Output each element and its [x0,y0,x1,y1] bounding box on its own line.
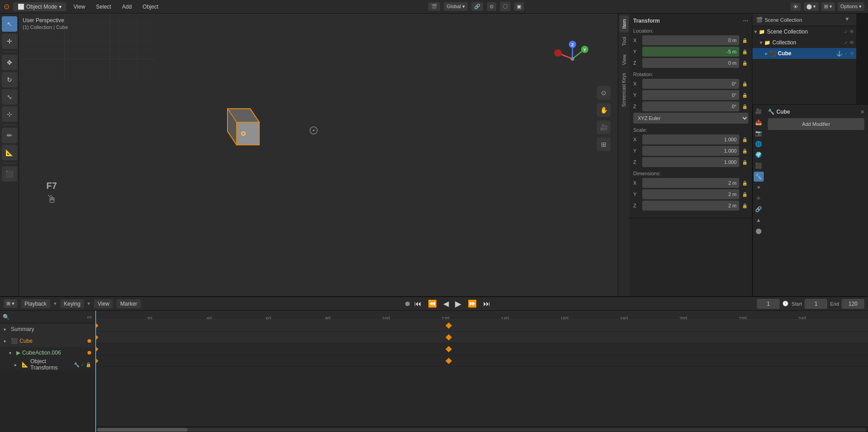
data-props-icon[interactable]: ▲ [754,215,764,225]
view-orbit-button[interactable]: ⊙ [597,86,611,100]
add-menu[interactable]: Add [118,3,135,11]
location-y-lock[interactable]: 🔒 [741,48,748,55]
outliner-scene-collection[interactable]: ▾ 📁 Scene Collection ✓ 👁 [752,26,856,37]
transforms-action-2[interactable]: ✓ [81,362,84,367]
cube-checkbox[interactable]: ✓ [844,51,848,57]
playhead[interactable] [95,311,96,432]
transforms-action-1[interactable]: 🔧 [74,362,79,367]
rotation-mode-dropdown[interactable]: XYZ Euler [633,113,748,124]
add-modifier-button[interactable]: Add Modifier [768,118,864,130]
scale-x-lock[interactable]: 🔒 [741,136,748,143]
transforms-expand-icon[interactable]: ▸ [15,362,20,367]
keyframe-action-120[interactable] [446,346,452,352]
outliner-filter-button[interactable]: ▼ [844,16,853,24]
keyframe-cube-120[interactable] [446,334,452,340]
timeline-main-area[interactable]: 120406080100120140160180200220240 [95,311,868,432]
xray-button[interactable]: ▣ [514,2,524,11]
timeline-editor-type-button[interactable]: ⊞ ▾ [4,299,17,308]
keyframe-summary-120[interactable] [446,322,452,328]
scale-x-input[interactable] [642,134,739,144]
summary-expand-icon[interactable]: ▾ [4,327,9,332]
start-frame-input[interactable] [805,299,827,309]
dim-x-lock[interactable]: 🔒 [741,179,748,187]
scrollbar-track[interactable] [97,428,866,432]
playback-menu-button[interactable]: Playback [21,299,50,308]
output-props-icon[interactable]: 📤 [754,117,764,127]
transforms-action-3[interactable]: 🔒 [86,362,91,367]
cube-link-icon[interactable]: ⚓ [836,51,843,57]
viewport-gizmo[interactable]: Z Y [554,41,591,77]
prev-keyframe-button[interactable]: ⏪ [426,298,439,309]
current-frame-input[interactable] [757,299,780,309]
play-button[interactable]: ▶ [453,298,463,310]
track-label-transforms[interactable]: ▸ 📐 Object Transforms 🔧 ✓ 🔒 [0,359,95,370]
scene-collection-checkbox[interactable]: ✓ [844,29,848,35]
scene-props-icon[interactable]: 🌐 [754,139,764,149]
jump-end-button[interactable]: ⏭ [481,299,492,309]
render-button[interactable]: 👁 [790,3,801,11]
scrollbar-thumb[interactable] [97,428,188,432]
location-x-lock[interactable]: 🔒 [741,37,748,44]
object-menu[interactable]: Object [139,3,162,11]
dim-z-lock[interactable]: 🔒 [741,202,748,209]
sidebar-tab-tool[interactable]: Tool [620,33,629,49]
keying-menu-button[interactable]: Keying [60,299,84,308]
end-frame-input[interactable] [842,299,864,309]
track-label-summary[interactable]: ▾ Summary [0,323,95,335]
physics-props-icon[interactable]: ⚛ [754,193,764,203]
view-pan-button[interactable]: ✋ [597,103,611,117]
scene-collection-eye[interactable]: 👁 [849,29,854,34]
collection-checkbox[interactable]: ✓ [844,40,848,46]
rotation-x-lock[interactable]: 🔒 [741,80,748,87]
viewport[interactable]: User Perspective (1) Collection | Cube Z… [19,14,618,296]
viewport-shading-button[interactable]: ⬤ ▾ [804,2,819,11]
app-icon[interactable]: ⊙ [4,2,10,11]
rotation-z-input[interactable] [642,101,739,111]
timeline-horizontal-scrollbar[interactable] [95,427,868,432]
timeline-row-cube[interactable] [95,331,868,343]
scene-selector-button[interactable]: 🎬 [428,2,440,11]
add-cube-button[interactable]: ⬛ [2,166,17,182]
material-props-icon[interactable]: ⬤ [754,226,764,236]
timeline-search-input[interactable] [11,314,85,320]
view-camera-button[interactable]: ⊞ [597,138,611,151]
select-tool-button[interactable]: ↖ [2,16,17,32]
cube-eye[interactable]: 👁 [849,51,854,56]
view-zoom-button[interactable]: 🎥 [597,120,611,134]
marker-menu-button[interactable]: Marker [116,299,141,308]
render-props-icon[interactable]: 🎥 [754,106,764,116]
scale-y-lock[interactable]: 🔒 [741,147,748,154]
dim-z-input[interactable] [642,201,739,211]
object-mode-button[interactable]: ⬜ Object Mode ▾ [13,2,66,11]
rotation-y-input[interactable] [642,90,739,100]
view-menu-button[interactable]: View [94,299,113,308]
next-keyframe-button[interactable]: ⏩ [466,298,479,309]
rotation-z-lock[interactable]: 🔒 [741,103,748,110]
proportional-edit-button[interactable]: ⊙ [487,2,496,11]
outliner-cube[interactable]: ▸ ⬛ Cube ⚓ ✓ 👁 [752,48,856,59]
timeline-row-action[interactable] [95,343,868,355]
modifier-props-icon[interactable]: 🔧 [754,172,764,182]
sidebar-tab-view[interactable]: View [620,51,629,69]
cube-3d[interactable] [209,104,268,164]
dim-y-lock[interactable]: 🔒 [741,191,748,198]
timeline-row-summary[interactable] [95,320,868,331]
particles-props-icon[interactable]: ✴ [754,182,764,192]
dim-x-input[interactable] [642,178,739,188]
play-reverse-button[interactable]: ◀ [441,298,451,309]
cube-expand-icon[interactable]: ▾ [4,339,9,344]
overlay-button[interactable]: 〇 [500,2,510,11]
action-expand-icon[interactable]: ▾ [9,350,15,355]
keyframe-transforms-120[interactable] [446,357,452,364]
outliner-collection[interactable]: ▾ 📁 Collection ✓ 👁 [752,37,856,48]
scale-y-input[interactable] [642,146,739,156]
rotation-x-input[interactable] [642,79,739,89]
editor-type-button[interactable]: ⊞ ▾ [821,2,835,11]
modifier-close-button[interactable]: × [861,108,864,115]
view-menu[interactable]: View [70,3,89,11]
global-transform-button[interactable]: Global ▾ [444,2,468,11]
snap-button[interactable]: 🔗 [471,2,483,11]
select-menu[interactable]: Select [92,3,115,11]
rotate-tool-button[interactable]: ↻ [2,72,17,87]
timeline-search-arrow[interactable]: ⇔ [87,313,92,321]
